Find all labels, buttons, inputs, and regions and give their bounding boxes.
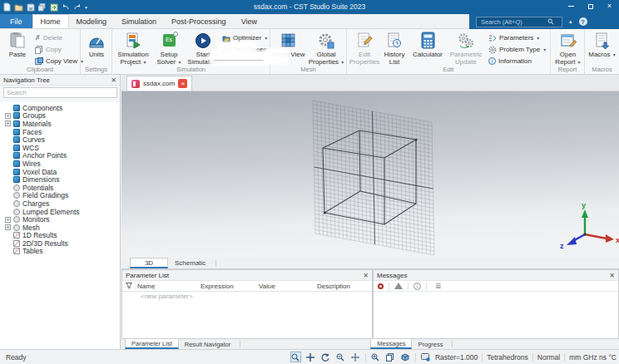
tree-expander-icon[interactable]: + — [5, 217, 11, 223]
tree-expander-icon[interactable]: + — [5, 121, 11, 126]
raster-settings-icon[interactable] — [420, 352, 431, 362]
close-icon[interactable]: ✕ — [363, 272, 369, 279]
filter-icon[interactable] — [122, 281, 136, 291]
tree-expander-icon[interactable]: + — [5, 113, 11, 119]
tree-item-lumped-elements[interactable]: Lumped Elements — [0, 208, 120, 216]
macros-button[interactable]: Macros ▾ — [585, 31, 619, 58]
search-input[interactable] — [479, 17, 547, 27]
bounding-box-icon[interactable] — [400, 352, 411, 362]
divider — [426, 283, 427, 290]
open-report-button[interactable]: Open Report ▾ — [551, 31, 585, 66]
parameters-button[interactable]: Parameters ▾ — [488, 32, 539, 43]
redo-icon[interactable] — [73, 3, 82, 11]
setup-solver-button[interactable]: Es Setup Solver ▾ — [152, 31, 186, 66]
tab-post-processing[interactable]: Post-Processing — [164, 14, 234, 28]
move-tool-icon[interactable] — [305, 352, 316, 362]
tree-expander-icon[interactable]: + — [5, 224, 11, 230]
errors-filter-icon[interactable] — [378, 283, 384, 289]
tree-item-potentials[interactable]: Potentials — [0, 184, 120, 192]
status-units[interactable]: mm GHz ns °C — [569, 353, 617, 362]
column-expression[interactable]: Expression — [199, 283, 257, 290]
select-tool-icon[interactable] — [290, 352, 301, 362]
save-all-icon[interactable] — [38, 3, 47, 12]
collapse-ribbon-icon[interactable]: ▴ — [569, 18, 572, 25]
close-button[interactable]: × — [600, 0, 619, 12]
tree-search-input[interactable] — [3, 87, 117, 98]
copy-button[interactable]: Copy — [35, 44, 62, 55]
tab-simulation[interactable]: Simulation — [114, 14, 164, 28]
close-icon[interactable]: × — [178, 79, 187, 88]
warnings-filter-icon[interactable] — [394, 283, 403, 289]
tree-item-2d-3d-results[interactable]: 2D/3D Results — [0, 239, 120, 248]
history-list-button[interactable]: History List — [380, 31, 409, 66]
zoom-in-tool-icon[interactable] — [370, 352, 381, 362]
tab-schematic[interactable]: Schematic — [168, 258, 212, 268]
close-icon[interactable]: ✕ — [609, 272, 615, 279]
circle-icon — [13, 192, 20, 199]
tree-item-field-gradings[interactable]: Field Gradings — [0, 192, 120, 200]
help-icon[interactable]: ? — [579, 17, 587, 26]
column-name[interactable]: Name — [136, 283, 199, 290]
fit-view-icon[interactable] — [385, 352, 396, 362]
tab-3d[interactable]: 3D — [130, 258, 168, 268]
document-tab[interactable]: ssdax.com × — [126, 76, 192, 91]
tree-item-dimensions[interactable]: Dimensions — [0, 175, 120, 184]
tree-item-1d-results[interactable]: 1D Results — [0, 232, 120, 240]
status-mode[interactable]: Normal — [537, 353, 560, 362]
message-options-icon[interactable]: ≣ — [435, 283, 442, 290]
global-properties-button[interactable]: Global Properties ▾ — [307, 31, 345, 66]
new-file-icon[interactable] — [3, 2, 11, 12]
open-file-icon[interactable] — [14, 3, 23, 12]
tab-home[interactable]: Home — [32, 14, 69, 28]
pan-tool-icon[interactable] — [350, 352, 361, 362]
column-value[interactable]: Value — [257, 283, 315, 290]
search-box[interactable] — [476, 17, 562, 27]
tree-item-charges[interactable]: Charges — [0, 199, 120, 208]
rotate-tool-icon[interactable] — [320, 352, 331, 362]
tab-messages[interactable]: Messages — [370, 339, 412, 349]
parametric-update-button[interactable]: Parametric Update — [447, 31, 485, 66]
zoom-tool-icon[interactable] — [335, 352, 346, 362]
viewport-3d[interactable]: y x z — [121, 91, 619, 258]
tree-item-voxel-data[interactable]: Voxel Data — [0, 168, 120, 176]
tree-item-materials[interactable]: +Materials — [0, 120, 120, 128]
quick-access-more-icon[interactable]: ▾ — [85, 4, 87, 10]
column-description[interactable]: Description — [315, 283, 350, 290]
undo-icon[interactable] — [62, 3, 70, 11]
tree-item-wires[interactable]: Wires — [0, 160, 120, 168]
tree-item-mesh[interactable]: +Mesh — [0, 224, 120, 232]
close-icon[interactable]: ✕ — [111, 76, 116, 84]
maximize-button[interactable] — [581, 0, 600, 12]
status-mesh-type[interactable]: Tetrahedrons — [487, 353, 528, 362]
info-filter-icon[interactable]: i — [413, 283, 421, 290]
tree-item-anchor-points[interactable]: Anchor Points — [0, 152, 120, 160]
tab-view[interactable]: View — [234, 14, 265, 28]
new-parameter-row[interactable]: <new parameter> — [122, 292, 372, 301]
paste-button[interactable]: Paste — [2, 31, 33, 58]
import-icon[interactable] — [50, 3, 58, 12]
tab-parameter-list[interactable]: Parameter List — [125, 339, 179, 349]
tree-item-tables[interactable]: Tables — [0, 248, 120, 256]
tree-item-faces[interactable]: Faces — [0, 128, 120, 136]
tree-item-wcs[interactable]: WCS — [0, 144, 120, 152]
simulation-project-button[interactable]: Simulation Project ▾ — [114, 31, 152, 66]
tree-item-monitors[interactable]: +Monitors — [0, 215, 120, 224]
tree-item-curves[interactable]: Curves — [0, 135, 120, 144]
edit-properties-button[interactable]: Edit Properties — [349, 31, 380, 66]
units-button[interactable]: Units — [81, 31, 112, 58]
group-macros: Macros ▾ Macros — [585, 29, 619, 74]
delete-button[interactable]: ✗ Delete — [35, 32, 62, 43]
tab-modeling[interactable]: Modeling — [69, 14, 115, 28]
problem-type-label: Problem Type — [499, 46, 540, 53]
minimize-button[interactable] — [562, 0, 581, 12]
tab-result-navigator[interactable]: Result Navigator — [179, 339, 236, 349]
optimizer-button[interactable]: Optimizer ▾ — [222, 32, 267, 43]
parameter-columns: Name Expression Value Description — [122, 281, 372, 292]
tab-progress[interactable]: Progress — [412, 339, 448, 349]
tab-file[interactable]: File — [0, 14, 32, 28]
problem-type-button[interactable]: Problem Type ▾ — [488, 44, 546, 55]
tree-item-groups[interactable]: +Groups — [0, 112, 120, 121]
save-icon[interactable] — [27, 3, 35, 12]
calculator-button[interactable]: Calculator — [409, 31, 447, 58]
tree-item-components[interactable]: Components — [0, 104, 120, 112]
